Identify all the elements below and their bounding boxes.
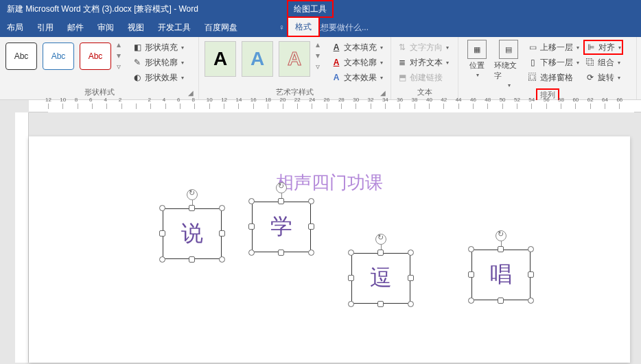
resize-handle[interactable]: [248, 198, 255, 204]
shape-text[interactable]: 逗: [351, 253, 410, 304]
shape-style-2[interactable]: Abc: [43, 43, 74, 70]
shape-text[interactable]: 学: [252, 202, 311, 252]
tab-baidu[interactable]: 百度网盘: [198, 18, 244, 37]
shape-outline-button[interactable]: ✎形状轮廓▾: [130, 55, 185, 70]
selection-pane-button[interactable]: ⿴选择窗格: [526, 70, 581, 85]
resize-handle[interactable]: [308, 250, 314, 256]
resize-handle[interactable]: [189, 205, 195, 211]
resize-handle[interactable]: [408, 275, 414, 281]
resize-handle[interactable]: [528, 298, 534, 304]
resize-handle[interactable]: [408, 301, 414, 307]
wordart-style-2[interactable]: A: [242, 41, 273, 77]
resize-handle[interactable]: [468, 246, 474, 252]
bring-forward-button[interactable]: ▭上移一层▾: [526, 40, 581, 55]
resize-handle[interactable]: [528, 246, 534, 252]
create-link-button[interactable]: ⬒创建链接: [395, 70, 450, 85]
rotate-button[interactable]: ⟳旋转▾: [583, 70, 623, 85]
gallery-up-icon[interactable]: ▴: [316, 40, 324, 49]
horizontal-ruler[interactable]: 1210864224681012141618202224262830323436…: [29, 100, 641, 112]
tab-view[interactable]: 视图: [121, 18, 151, 37]
position-button[interactable]: ▦ 位置▾: [463, 40, 491, 78]
resize-handle[interactable]: [278, 250, 284, 256]
shape-effects-button[interactable]: ◐形状效果▾: [130, 70, 185, 85]
title-bar: 新建 Microsoft Word 文档 (3).docx [兼容模式] - W…: [0, 0, 641, 18]
gallery-down-icon[interactable]: ▾: [117, 51, 125, 60]
align-icon: ⊫: [585, 42, 596, 53]
tab-layout[interactable]: 布局: [0, 18, 30, 37]
group-arrange: ▦ 位置▾ ▤ 环绕文字▾ ▭上移一层▾ ▯下移一层▾ ⿴选择窗格 ⊫对齐▾ ⿻…: [458, 37, 637, 99]
group-icon: ⿻: [585, 57, 596, 68]
text-box-shape-0[interactable]: 说: [163, 208, 222, 259]
send-backward-button[interactable]: ▯下移一层▾: [526, 55, 581, 70]
align-text-icon: ≣: [397, 57, 408, 68]
contextual-tool-tab[interactable]: 绘图工具: [287, 0, 334, 18]
text-fill-icon: A: [331, 42, 342, 53]
text-fill-button[interactable]: A文本填充▾: [329, 40, 384, 55]
tab-mailings[interactable]: 邮件: [60, 18, 91, 37]
group-label-shape-styles: 形状样式: [4, 87, 194, 98]
page[interactable]: 相声四门功课 说学逗唱: [29, 136, 630, 363]
resize-handle[interactable]: [308, 198, 314, 204]
shape-text[interactable]: 唱: [471, 250, 531, 300]
resize-handle[interactable]: [377, 301, 384, 307]
resize-handle[interactable]: [159, 230, 165, 236]
resize-handle[interactable]: [498, 298, 504, 304]
text-box-shape-3[interactable]: 唱: [471, 250, 531, 300]
vertical-ruler[interactable]: [15, 112, 29, 363]
resize-handle[interactable]: [377, 250, 384, 256]
resize-handle[interactable]: [219, 256, 225, 263]
resize-handle[interactable]: [248, 223, 255, 230]
shape-text[interactable]: 说: [163, 208, 222, 259]
resize-handle[interactable]: [219, 230, 225, 236]
text-effects-icon: A: [331, 72, 342, 83]
gallery-up-icon[interactable]: ▴: [117, 40, 125, 49]
resize-handle[interactable]: [278, 198, 284, 204]
rotate-handle-icon[interactable]: [187, 189, 198, 200]
resize-handle[interactable]: [308, 223, 314, 230]
resize-handle[interactable]: [468, 271, 474, 278]
align-button[interactable]: ⊫对齐▾: [583, 40, 623, 55]
rotate-handle-icon[interactable]: [276, 182, 287, 193]
group-wordart-styles: A A A ▴ ▾ ▿ A文本填充▾ A文本轮廓▾ A文本效果▾ 艺术字样式 ◢: [199, 37, 391, 99]
shape-style-3[interactable]: Abc: [80, 43, 111, 70]
group-button[interactable]: ⿻组合▾: [583, 55, 623, 70]
resize-handle[interactable]: [498, 246, 504, 252]
tab-references[interactable]: 引用: [30, 18, 60, 37]
document-heading[interactable]: 相声四门功课: [276, 171, 383, 195]
gallery-more-icon[interactable]: ▿: [316, 62, 324, 71]
rotate-handle-icon[interactable]: [375, 234, 386, 245]
shape-fill-button[interactable]: ◧形状填充▾: [130, 40, 185, 55]
shape-style-1[interactable]: Abc: [5, 43, 37, 70]
text-box-shape-1[interactable]: 学: [252, 202, 311, 252]
text-direction-button[interactable]: ⇅文字方向▾: [395, 40, 450, 55]
resize-handle[interactable]: [348, 301, 354, 307]
resize-handle[interactable]: [219, 205, 225, 211]
ribbon-tabs: 布局 引用 邮件 审阅 视图 开发工具 百度网盘 格式 ♀ 告诉我您想要做什么.…: [0, 18, 641, 37]
resize-handle[interactable]: [159, 205, 165, 211]
tab-review[interactable]: 审阅: [91, 18, 121, 37]
rotate-handle-icon[interactable]: [496, 230, 506, 241]
effects-icon: ◐: [132, 72, 143, 83]
tab-format[interactable]: 格式: [287, 16, 320, 37]
wordart-style-3[interactable]: A: [279, 41, 310, 77]
gallery-down-icon[interactable]: ▾: [316, 51, 324, 60]
resize-handle[interactable]: [248, 250, 255, 256]
text-box-shape-2[interactable]: 逗: [351, 253, 410, 304]
resize-handle[interactable]: [348, 275, 354, 281]
resize-handle[interactable]: [528, 271, 534, 278]
text-effects-button[interactable]: A文本效果▾: [329, 70, 384, 85]
resize-handle[interactable]: [189, 256, 195, 263]
app-title: 新建 Microsoft Word 文档 (3).docx [兼容模式] - W…: [7, 3, 198, 15]
resize-handle[interactable]: [468, 298, 474, 304]
wrap-text-button[interactable]: ▤ 环绕文字▾: [494, 40, 523, 88]
align-text-button[interactable]: ≣对齐文本▾: [395, 55, 450, 70]
wordart-style-1[interactable]: A: [205, 41, 236, 77]
gallery-more-icon[interactable]: ▿: [117, 62, 125, 71]
resize-handle[interactable]: [408, 250, 414, 256]
resize-handle[interactable]: [159, 256, 165, 263]
resize-handle[interactable]: [348, 250, 354, 256]
text-outline-icon: A: [331, 57, 342, 68]
rotate-icon: ⟳: [585, 72, 596, 83]
tab-developer[interactable]: 开发工具: [151, 18, 198, 37]
text-outline-button[interactable]: A文本轮廓▾: [329, 55, 384, 70]
